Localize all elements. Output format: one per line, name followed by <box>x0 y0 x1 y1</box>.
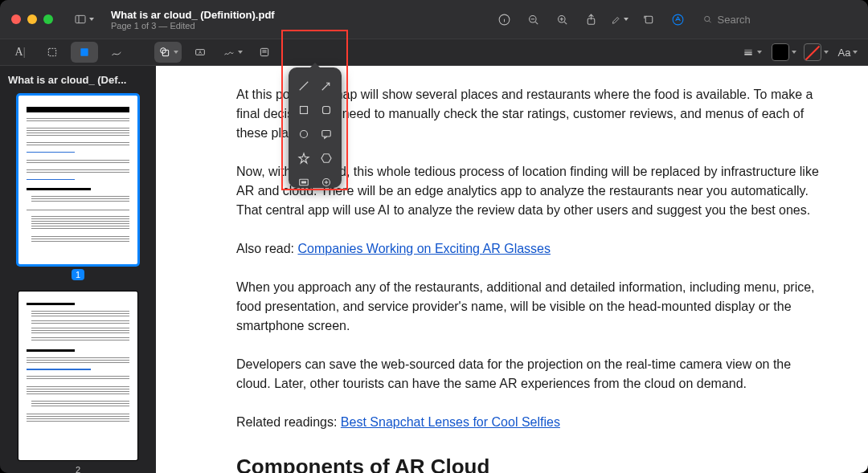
shape-loupe-button[interactable] <box>317 172 335 193</box>
document-viewport[interactable]: At this point, the map will show several… <box>156 66 868 473</box>
redact-tool-button[interactable] <box>71 42 98 63</box>
textbox-tool-button[interactable]: A <box>186 42 214 63</box>
document-title-block: What is ar cloud_ (Definition).pdf Page … <box>103 9 283 31</box>
svg-point-21 <box>160 48 166 54</box>
svg-rect-33 <box>323 107 330 114</box>
shape-circle-button[interactable] <box>295 124 313 145</box>
svg-marker-36 <box>299 153 309 163</box>
svg-rect-32 <box>301 107 308 114</box>
svg-rect-18 <box>48 48 55 55</box>
page-number-label-2: 2 <box>76 465 80 473</box>
note-tool-button[interactable] <box>251 42 278 63</box>
page-thumbnail-2[interactable] <box>18 292 137 460</box>
shapes-popover <box>289 67 342 188</box>
border-color-button[interactable] <box>770 42 797 63</box>
svg-rect-35 <box>322 131 331 137</box>
app-window: What is ar cloud_ (Definition).pdf Page … <box>0 0 868 473</box>
sign-tool-button[interactable] <box>219 42 246 63</box>
line-weight-button[interactable] <box>738 42 765 63</box>
paragraph: When you approach any of the restaurants… <box>236 278 820 336</box>
zoom-window-button[interactable] <box>43 14 53 24</box>
sidebar-toggle-button[interactable] <box>72 8 95 31</box>
fill-color-button[interactable] <box>802 42 829 63</box>
shape-mask-button[interactable] <box>295 172 313 193</box>
fill-swatch <box>804 43 821 61</box>
svg-line-6 <box>535 22 538 24</box>
zoom-in-button[interactable] <box>553 10 571 28</box>
search-input[interactable] <box>718 14 854 26</box>
window-controls <box>0 14 64 24</box>
titlebar: What is ar cloud_ (Definition).pdf Page … <box>0 0 868 39</box>
svg-text:A: A <box>199 50 202 55</box>
text-run: Related readings: <box>236 415 341 429</box>
svg-point-16 <box>705 16 710 21</box>
shape-square-button[interactable] <box>295 100 313 120</box>
svg-marker-37 <box>321 154 331 163</box>
text-run: Also read: <box>236 242 297 255</box>
text-style-button[interactable]: A| <box>6 42 34 63</box>
document-page: At this point, the map will show several… <box>156 66 868 473</box>
svg-line-30 <box>300 82 309 91</box>
paragraph: Also read: Companies Working on Exciting… <box>236 239 820 259</box>
close-window-button[interactable] <box>11 14 21 24</box>
search-icon <box>702 14 713 25</box>
highlight-button[interactable] <box>611 10 628 28</box>
search-field[interactable] <box>698 11 858 28</box>
sketch-tool-button[interactable] <box>103 42 130 63</box>
svg-rect-0 <box>76 15 85 22</box>
shape-arrow-button[interactable] <box>317 75 335 96</box>
document-title: What is ar cloud_ (Definition).pdf <box>111 9 275 21</box>
svg-rect-14 <box>645 16 653 23</box>
page-number-badge-1: 1 <box>72 269 84 280</box>
shape-hexagon-button[interactable] <box>317 148 335 169</box>
paragraph: Related readings: Best Snapchat Lenses f… <box>236 413 820 432</box>
thumbnails-sidebar: What is ar cloud_ (Def... <box>0 66 156 473</box>
shape-speech-bubble-button[interactable] <box>317 124 335 145</box>
link-snapchat-lenses[interactable]: Best Snapchat Lenses for Cool Selfies <box>341 415 560 429</box>
minimize-window-button[interactable] <box>27 14 37 24</box>
rotate-button[interactable] <box>640 10 657 28</box>
info-button[interactable] <box>495 10 513 28</box>
svg-rect-39 <box>301 181 306 184</box>
selection-tool-button[interactable] <box>39 42 66 63</box>
font-menu-button[interactable]: Aa <box>834 42 862 63</box>
shapes-tool-button[interactable] <box>154 42 182 63</box>
border-swatch <box>772 43 789 61</box>
zoom-out-button[interactable] <box>524 10 542 28</box>
shape-rounded-square-button[interactable] <box>317 100 335 120</box>
svg-line-31 <box>322 83 330 90</box>
shape-star-button[interactable] <box>295 148 313 169</box>
share-button[interactable] <box>582 10 600 28</box>
sidebar-title: What is ar cloud_ (Def... <box>0 66 156 92</box>
markup-toolbar: A| A Aa <box>0 39 868 66</box>
svg-rect-19 <box>80 48 88 55</box>
heading-components: Components of AR Cloud <box>236 451 820 473</box>
page-thumbnail-1[interactable] <box>18 96 137 264</box>
svg-line-17 <box>709 21 710 22</box>
markup-toggle-button[interactable] <box>669 10 686 28</box>
svg-line-9 <box>564 22 567 24</box>
link-ar-glasses[interactable]: Companies Working on Exciting AR Glasses <box>297 242 551 255</box>
shape-line-button[interactable] <box>295 75 313 96</box>
paragraph: Developers can save the web-sourced data… <box>236 355 820 393</box>
document-subtitle: Page 1 of 3 — Edited <box>111 21 275 31</box>
svg-point-34 <box>301 131 308 138</box>
